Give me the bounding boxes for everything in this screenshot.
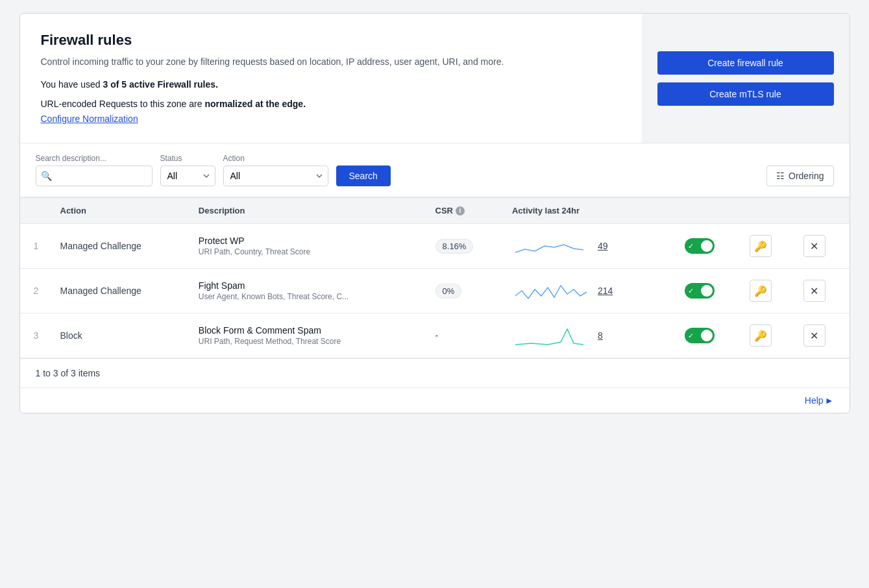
ordering-button[interactable]: ☷ Ordering	[766, 165, 833, 186]
toggle-knob	[701, 330, 713, 341]
row-num: 3	[20, 313, 53, 358]
row-delete: ✕	[796, 224, 850, 269]
desc-main: Protect WP	[199, 236, 420, 246]
help-section: Help ►	[20, 388, 850, 413]
row-delete: ✕	[796, 313, 850, 358]
desc-sub: User Agent, Known Bots, Threat Score, C.…	[199, 292, 420, 301]
activity-count[interactable]: 8	[598, 330, 617, 341]
table-wrap: Action Description CSR i Activity last 2…	[20, 197, 850, 358]
page-title: Firewall rules	[41, 32, 621, 49]
normalization-prefix: URL-encoded Requests to this zone are	[41, 99, 205, 109]
firewall-rules-table: Action Description CSR i Activity last 2…	[20, 197, 850, 358]
col-delete	[796, 198, 850, 224]
action-select[interactable]: All Block Challenge Managed Challenge Al…	[223, 165, 328, 186]
action-filter-label: Action	[223, 154, 328, 163]
row-toggle: ✓	[677, 224, 742, 269]
search-input[interactable]	[36, 165, 153, 186]
table-row: 2 Managed Challenge Fight Spam User Agen…	[20, 269, 850, 313]
create-firewall-rule-button[interactable]: Create firewall rule	[657, 51, 834, 75]
help-link[interactable]: Help ►	[805, 395, 834, 406]
desc-main: Fight Spam	[199, 280, 420, 291]
table-row: 3 Block Block Form & Comment Spam URI Pa…	[20, 313, 850, 358]
items-count: 1 to 3 of 3 items	[36, 368, 101, 378]
delete-button-3[interactable]: ✕	[803, 325, 826, 347]
toggle-check-icon: ✓	[688, 287, 694, 295]
toggle-knob	[701, 285, 713, 297]
usage-bold: 3 of 5 active Firewall rules.	[103, 79, 218, 90]
row-action: Managed Challenge	[53, 269, 191, 313]
sparkline-3	[512, 323, 590, 349]
desc-sub: URI Path, Request Method, Threat Score	[199, 337, 420, 346]
toggle-2[interactable]: ✓	[685, 283, 715, 299]
main-container: Firewall rules Control incoming traffic …	[19, 13, 850, 413]
col-num	[20, 198, 53, 224]
toggle-check-icon: ✓	[688, 332, 694, 340]
delete-button-1[interactable]: ✕	[803, 235, 826, 257]
search-icon: 🔍	[41, 171, 52, 181]
table-row: 1 Managed Challenge Protect WP URI Path,…	[20, 224, 850, 269]
row-csr: 0%	[428, 269, 504, 313]
csr-value: 8.16%	[435, 239, 474, 254]
toggle-knob	[701, 240, 713, 252]
row-csr: -	[428, 313, 504, 358]
row-action: Block	[53, 313, 191, 358]
row-activity: 214	[504, 269, 677, 313]
ordering-icon: ☷	[776, 171, 785, 181]
configure-normalization-link[interactable]: Configure Normalization	[41, 114, 138, 124]
desc-sub: URI Path, Country, Threat Score	[199, 247, 420, 256]
col-edit	[742, 198, 796, 224]
row-description: Protect WP URI Path, Country, Threat Sco…	[191, 224, 428, 269]
search-button[interactable]: Search	[336, 165, 391, 186]
col-action: Action	[53, 198, 191, 224]
toggle-1[interactable]: ✓	[685, 238, 715, 254]
header-left: Firewall rules Control incoming traffic …	[20, 14, 642, 143]
create-mtls-rule-button[interactable]: Create mTLS rule	[657, 82, 834, 106]
col-toggle	[677, 198, 742, 224]
sparkline-1	[512, 233, 590, 259]
header-right: Create firewall rule Create mTLS rule	[642, 14, 850, 143]
activity-count[interactable]: 49	[598, 241, 617, 251]
row-action: Managed Challenge	[53, 224, 191, 269]
col-csr: CSR i	[428, 198, 504, 224]
edit-button-2[interactable]: 🔑	[750, 280, 772, 302]
normalization-text: URL-encoded Requests to this zone are no…	[41, 99, 621, 109]
row-delete: ✕	[796, 269, 850, 313]
help-arrow-icon: ►	[825, 395, 834, 406]
header-section: Firewall rules Control incoming traffic …	[20, 14, 850, 143]
search-input-wrap: 🔍	[36, 165, 153, 186]
row-csr: 8.16%	[428, 224, 504, 269]
row-edit: 🔑	[742, 224, 796, 269]
row-description: Block Form & Comment Spam URI Path, Requ…	[191, 313, 428, 358]
search-group: Search description... 🔍	[36, 154, 153, 186]
row-toggle: ✓	[677, 313, 742, 358]
action-group: Action All Block Challenge Managed Chall…	[223, 154, 328, 186]
edit-button-1[interactable]: 🔑	[750, 235, 772, 257]
ordering-label: Ordering	[789, 171, 824, 181]
row-num: 2	[20, 269, 53, 313]
toggle-3[interactable]: ✓	[685, 328, 715, 343]
row-edit: 🔑	[742, 269, 796, 313]
edit-button-3[interactable]: 🔑	[750, 325, 772, 347]
delete-button-2[interactable]: ✕	[803, 280, 826, 302]
toggle-check-icon: ✓	[688, 242, 694, 251]
footer-section: 1 to 3 of 3 items	[20, 358, 850, 388]
status-label: Status	[160, 154, 215, 163]
col-activity: Activity last 24hr	[504, 198, 677, 224]
help-label: Help	[805, 395, 824, 406]
col-description: Description	[191, 198, 428, 224]
row-edit: 🔑	[742, 313, 796, 358]
table-header-row: Action Description CSR i Activity last 2…	[20, 198, 850, 224]
csr-label: CSR	[435, 206, 453, 215]
csr-value: 0%	[435, 284, 462, 299]
row-activity: 49	[504, 224, 677, 269]
row-toggle: ✓	[677, 269, 742, 313]
csr-info-icon[interactable]: i	[456, 206, 465, 215]
page-description: Control incoming traffic to your zone by…	[41, 55, 621, 69]
filter-section: Search description... 🔍 Status All Activ…	[20, 143, 850, 197]
status-select[interactable]: All Active Inactive	[160, 165, 215, 186]
activity-count[interactable]: 214	[598, 286, 617, 296]
search-label: Search description...	[36, 154, 153, 163]
row-description: Fight Spam User Agent, Known Bots, Threa…	[191, 269, 428, 313]
row-num: 1	[20, 224, 53, 269]
status-group: Status All Active Inactive	[160, 154, 215, 186]
